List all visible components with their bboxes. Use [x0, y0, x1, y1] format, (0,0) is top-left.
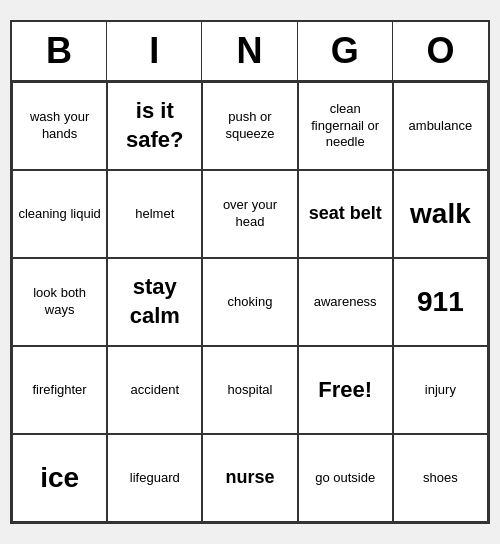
bingo-cell-17: hospital [202, 346, 297, 434]
bingo-cell-24: shoes [393, 434, 488, 522]
bingo-cell-8: seat belt [298, 170, 393, 258]
bingo-cell-16: accident [107, 346, 202, 434]
bingo-cell-1: is it safe? [107, 82, 202, 170]
bingo-cell-4: ambulance [393, 82, 488, 170]
header-letter-o: O [393, 22, 488, 80]
bingo-cell-23: go outside [298, 434, 393, 522]
bingo-cell-14: 911 [393, 258, 488, 346]
header-letter-g: G [298, 22, 393, 80]
bingo-cell-3: clean fingernail or needle [298, 82, 393, 170]
bingo-cell-18: Free! [298, 346, 393, 434]
bingo-cell-21: lifeguard [107, 434, 202, 522]
bingo-cell-7: over your head [202, 170, 297, 258]
header-letter-b: B [12, 22, 107, 80]
header-letter-n: N [202, 22, 297, 80]
bingo-cell-20: ice [12, 434, 107, 522]
header-letter-i: I [107, 22, 202, 80]
bingo-cell-15: firefighter [12, 346, 107, 434]
bingo-cell-2: push or squeeze [202, 82, 297, 170]
bingo-cell-13: awareness [298, 258, 393, 346]
bingo-cell-9: walk [393, 170, 488, 258]
bingo-cell-22: nurse [202, 434, 297, 522]
bingo-cell-12: choking [202, 258, 297, 346]
bingo-cell-0: wash your hands [12, 82, 107, 170]
bingo-cell-6: helmet [107, 170, 202, 258]
bingo-header: BINGO [12, 22, 488, 82]
bingo-cell-5: cleaning liquid [12, 170, 107, 258]
bingo-grid: wash your handsis it safe?push or squeez… [12, 82, 488, 522]
bingo-cell-10: look both ways [12, 258, 107, 346]
bingo-card: BINGO wash your handsis it safe?push or … [10, 20, 490, 524]
bingo-cell-19: injury [393, 346, 488, 434]
bingo-cell-11: stay calm [107, 258, 202, 346]
